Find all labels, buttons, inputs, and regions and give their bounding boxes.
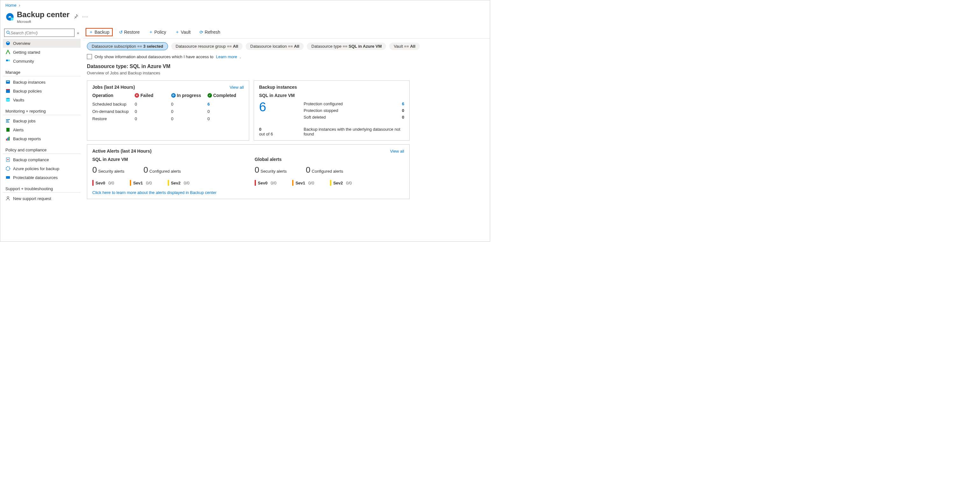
sidebar-item-label: Protectable datasources: [13, 175, 57, 180]
sidebar-item-new-support-request[interactable]: New support request: [3, 194, 81, 203]
filter-pill-type[interactable]: Datasource type == SQL in Azure VM: [307, 43, 386, 50]
alerts-learn-more-link[interactable]: Click here to learn more about the alert…: [92, 190, 216, 195]
access-filter-row: Only show information about datasources …: [83, 53, 490, 62]
filter-pill-vault[interactable]: Vault == All: [389, 43, 420, 50]
svg-point-1: [11, 17, 13, 21]
jobs-icon: [5, 118, 11, 124]
table-row: Scheduled backup 0 0 6: [92, 100, 244, 108]
sidebar-item-backup-policies[interactable]: Backup policies: [3, 87, 81, 95]
instances-notfound-count: 0: [259, 127, 294, 132]
svg-rect-16: [6, 128, 10, 132]
backup-button[interactable]: ＋ Backup: [86, 28, 113, 36]
configured-alerts-count: 0Configured alerts: [143, 165, 181, 175]
sidebar-item-backup-compliance[interactable]: Backup compliance: [3, 155, 81, 164]
alerts-title: Active Alerts (last 24 Hours): [92, 149, 151, 154]
pin-icon[interactable]: [73, 14, 78, 20]
sidebar-item-label: Vaults: [13, 98, 24, 102]
alerts-icon: [5, 127, 11, 132]
restore-button[interactable]: ↺ Restore: [116, 28, 142, 36]
section-subtitle: Overview of Jobs and Backup instances: [87, 71, 486, 75]
instances-notfound-text: Backup instances with the underlying dat…: [304, 127, 404, 136]
sidebar-item-overview[interactable]: Overview: [3, 39, 81, 48]
vault-button[interactable]: ＋ Vault: [172, 28, 193, 36]
svg-point-2: [7, 31, 9, 33]
sidebar-item-backup-reports[interactable]: Backup reports: [3, 134, 81, 143]
sev0-badge: Sev00/0: [255, 180, 276, 186]
svg-point-7: [8, 59, 10, 61]
refresh-icon: ⟳: [200, 30, 204, 35]
jobs-title: Jobs (last 24 Hours): [92, 84, 135, 90]
sidebar-item-azure-policies[interactable]: Azure policies for backup: [3, 164, 81, 173]
alerts-global-subtitle: Global alerts: [255, 157, 404, 162]
alerts-col-global: Global alerts 0Security alerts 0Configur…: [255, 157, 404, 186]
sidebar-item-backup-instances[interactable]: Backup instances: [3, 78, 81, 87]
sidebar-item-label: Community: [13, 59, 34, 63]
inprogress-icon: ⟳: [171, 93, 176, 98]
backup-center-icon: [5, 13, 14, 21]
restore-icon: ↺: [119, 30, 123, 35]
sidebar-item-getting-started[interactable]: Getting started: [3, 48, 81, 57]
reports-icon: [5, 136, 11, 141]
filter-pill-resourcegroup[interactable]: Datasource resource group == All: [171, 43, 243, 50]
sev2-badge: Sev20/0: [330, 180, 352, 186]
sidebar-item-label: Azure policies for backup: [13, 166, 59, 171]
search-input-wrapper[interactable]: [4, 29, 75, 37]
sidebar-item-label: New support request: [13, 196, 51, 201]
sev2-badge: Sev20/0: [168, 180, 189, 186]
collapse-sidebar-icon[interactable]: «: [77, 30, 79, 35]
search-icon: [6, 30, 11, 35]
svg-point-24: [7, 197, 9, 198]
more-icon[interactable]: ···: [82, 14, 88, 20]
sidebar-item-community[interactable]: Community: [3, 57, 81, 65]
breadcrumb-home[interactable]: Home: [5, 3, 17, 8]
community-icon: [5, 59, 11, 63]
policies-icon: [5, 89, 11, 94]
sidebar-section-monitoring: Monitoring + reporting: [3, 104, 81, 115]
instance-row: Protection configured6: [304, 100, 404, 107]
col-operation: Operation: [92, 93, 135, 98]
sev2-bar-icon: [330, 180, 331, 186]
access-checkbox[interactable]: [87, 54, 92, 59]
policy-button[interactable]: ＋ Policy: [146, 28, 169, 36]
refresh-button[interactable]: ⟳ Refresh: [197, 28, 223, 36]
instances-count: 6: [259, 100, 294, 113]
col-failed: ✕Failed: [135, 93, 171, 98]
filter-pill-location[interactable]: Datasource location == All: [246, 43, 304, 50]
search-input[interactable]: [11, 30, 72, 35]
sidebar-item-alerts[interactable]: Alerts: [3, 125, 81, 134]
datasources-icon: [5, 175, 11, 180]
instance-value-link[interactable]: 6: [402, 102, 404, 106]
filter-row: Datasource subscription == 3 selected Da…: [83, 38, 490, 53]
section-header: Datasource type: SQL in Azure VM Overvie…: [83, 62, 490, 77]
job-count-link[interactable]: 6: [207, 102, 210, 106]
svg-line-3: [9, 33, 10, 34]
page-title: Backup center: [17, 10, 69, 19]
sidebar-item-label: Overview: [13, 41, 30, 46]
sidebar-item-label: Backup instances: [13, 80, 46, 84]
main-content: ＋ Backup ↺ Restore ＋ Policy ＋ Vault ⟳ Re…: [83, 26, 490, 242]
instances-title: Backup instances: [259, 84, 297, 90]
sev1-badge: Sev10/0: [292, 180, 314, 186]
overview-icon: [5, 41, 11, 46]
table-row: Restore 0 0 0: [92, 115, 244, 122]
alerts-view-all-link[interactable]: View all: [390, 149, 404, 154]
azure-policies-icon: [5, 166, 11, 171]
sev0-bar-icon: [92, 180, 94, 186]
learn-more-link[interactable]: Learn more: [216, 54, 237, 59]
sidebar-section-policy: Policy and compliance: [3, 143, 81, 154]
sidebar-item-backup-jobs[interactable]: Backup jobs: [3, 116, 81, 125]
jobs-view-all-link[interactable]: View all: [229, 85, 244, 90]
svg-rect-23: [6, 176, 10, 179]
chevron-right-icon: ›: [19, 3, 20, 8]
svg-rect-9: [7, 81, 9, 82]
alerts-col-sql: SQL in Azure VM 0Security alerts 0Config…: [92, 157, 242, 186]
sidebar-item-protectable-datasources[interactable]: Protectable datasources: [3, 173, 81, 182]
svg-rect-18: [7, 138, 8, 141]
instances-icon: [5, 79, 11, 84]
sidebar-item-label: Backup compliance: [13, 157, 49, 162]
toolbar: ＋ Backup ↺ Restore ＋ Policy ＋ Vault ⟳ Re…: [83, 26, 490, 38]
alerts-sql-subtitle: SQL in Azure VM: [92, 157, 242, 162]
sidebar-item-label: Getting started: [13, 50, 40, 55]
filter-pill-subscription[interactable]: Datasource subscription == 3 selected: [87, 42, 168, 50]
sidebar-item-vaults[interactable]: Vaults: [3, 95, 81, 104]
